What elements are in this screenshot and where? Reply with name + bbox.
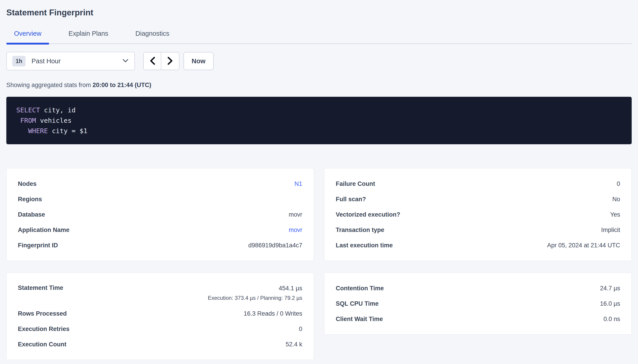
statement-time-value: 454.1 µs <box>279 284 302 292</box>
application-name-link[interactable]: movr <box>289 226 302 234</box>
row-label: Vectorized execution? <box>336 211 400 218</box>
database-value: movr <box>289 211 302 218</box>
stats-prefix: Showing aggregated stats from <box>6 82 93 88</box>
table-row: Client Wait Time 0.0 ns <box>324 311 631 327</box>
full-scan-value: No <box>612 196 620 203</box>
table-row: Database movr <box>7 207 314 222</box>
table-row: Transaction type Implicit <box>324 222 631 238</box>
sql-line: SELECT city, id <box>16 105 622 115</box>
row-label: Nodes <box>18 180 37 188</box>
table-row: Application Name movr <box>7 222 314 238</box>
table-row: Statement Time 454.1 µs Execution: 373.4… <box>7 280 314 306</box>
sql-text: city = $1 <box>48 127 88 135</box>
nodes-link[interactable]: N1 <box>294 180 302 188</box>
time-controls: 1h Past Hour Now <box>6 52 632 70</box>
rows-processed-value: 16.3 Reads / 0 Writes <box>244 310 302 317</box>
now-button[interactable]: Now <box>184 52 214 70</box>
table-row: Fingerprint ID d986919d9ba1a4c7 <box>7 238 314 253</box>
aggregated-stats-line: Showing aggregated stats from 20:00 to 2… <box>6 82 632 89</box>
row-label: SQL CPU Time <box>336 300 379 307</box>
chevron-down-icon <box>122 59 129 64</box>
execution-retries-value: 0 <box>299 326 302 332</box>
chevron-right-icon <box>167 57 173 66</box>
table-row: Regions <box>7 192 314 207</box>
client-wait-time-value: 0.0 ns <box>603 316 620 323</box>
sql-keyword: WHERE <box>28 127 48 135</box>
failure-count-value: 0 <box>617 180 620 188</box>
sql-keyword: SELECT <box>16 106 40 114</box>
table-row: Failure Count 0 <box>324 176 631 192</box>
next-interval-button[interactable] <box>161 52 179 70</box>
row-label: Execution Retries <box>18 326 70 332</box>
row-label: Fingerprint ID <box>18 242 58 249</box>
row-label: Execution Count <box>18 341 67 348</box>
row-label: Full scan? <box>336 196 366 203</box>
sql-text: vehicles <box>36 117 72 124</box>
fingerprint-id-value: d986919d9ba1a4c7 <box>248 242 302 249</box>
summary-cards-grid: Nodes N1 Regions Database movr Applicati… <box>6 168 632 360</box>
tab-overview[interactable]: Overview <box>6 30 49 44</box>
page-title: Statement Fingerprint <box>6 7 632 18</box>
row-label: Transaction type <box>336 226 384 234</box>
time-interval-pager <box>143 52 179 70</box>
sql-line: WHERE city = $1 <box>16 126 622 136</box>
row-label: Application Name <box>18 226 70 234</box>
time-preset-label: Past Hour <box>32 58 122 65</box>
tab-diagnostics[interactable]: Diagnostics <box>128 30 177 44</box>
table-row: SQL CPU Time 16.0 µs <box>324 296 631 311</box>
sql-statement-box: SELECT city, id FROM vehicles WHERE city… <box>6 97 632 144</box>
prev-interval-button[interactable] <box>144 52 161 70</box>
table-row: Contention Time 24.7 µs <box>324 280 631 296</box>
contention-time-value: 24.7 µs <box>600 285 620 292</box>
stats-time-range: 20:00 to 21:44 (UTC) <box>93 82 151 88</box>
row-label: Statement Time <box>18 284 63 292</box>
row-label: Regions <box>18 196 42 203</box>
statement-time-breakdown: Execution: 373.4 µs / Planning: 79.2 µs <box>208 294 302 302</box>
table-row: Execution Count 52.4 k <box>7 337 314 352</box>
transaction-type-value: Implicit <box>601 226 620 234</box>
row-label: Client Wait Time <box>336 316 383 323</box>
tab-bar: Overview Explain Plans Diagnostics <box>6 30 632 44</box>
statement-fingerprint-page: Statement Fingerprint Overview Explain P… <box>0 7 638 360</box>
table-row: Nodes N1 <box>7 176 314 192</box>
row-label: Failure Count <box>336 180 375 188</box>
vectorized-execution-value: Yes <box>610 211 620 218</box>
table-row: Execution Retries 0 <box>7 321 314 337</box>
wait-times-card: Contention Time 24.7 µs SQL CPU Time 16.… <box>324 273 632 334</box>
sql-keyword: FROM <box>20 117 36 124</box>
row-label: Database <box>18 211 45 218</box>
chevron-left-icon <box>150 57 155 66</box>
time-range-select[interactable]: 1h Past Hour <box>6 52 135 70</box>
execution-count-value: 52.4 k <box>286 341 302 348</box>
time-preset-badge: 1h <box>12 56 26 66</box>
table-row: Vectorized execution? Yes <box>324 207 631 222</box>
sql-text: city, id <box>40 106 76 114</box>
sql-line: FROM vehicles <box>16 115 622 126</box>
last-execution-time-value: Apr 05, 2024 at 21:44 UTC <box>547 242 620 249</box>
row-label: Contention Time <box>336 285 384 292</box>
tab-explain-plans[interactable]: Explain Plans <box>61 30 116 44</box>
row-label: Rows Processed <box>18 310 67 317</box>
attributes-card: Failure Count 0 Full scan? No Vectorized… <box>324 168 632 261</box>
table-row: Last execution time Apr 05, 2024 at 21:4… <box>324 238 631 253</box>
row-label: Last execution time <box>336 242 393 249</box>
timing-card: Statement Time 454.1 µs Execution: 373.4… <box>6 273 314 360</box>
table-row: Full scan? No <box>324 192 631 207</box>
identity-card: Nodes N1 Regions Database movr Applicati… <box>6 168 314 261</box>
sql-cpu-time-value: 16.0 µs <box>600 300 620 307</box>
table-row: Rows Processed 16.3 Reads / 0 Writes <box>7 306 314 321</box>
